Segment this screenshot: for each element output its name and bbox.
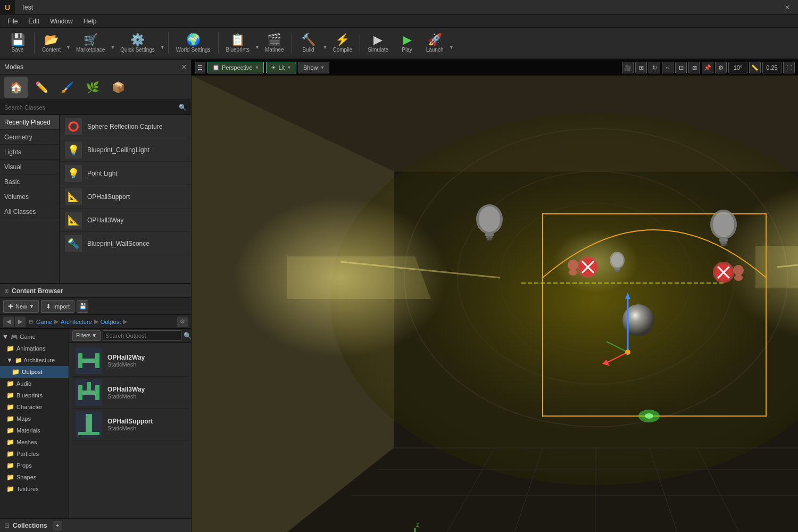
tree-textures[interactable]: 📁 Textures — [0, 483, 69, 495]
blueprints-button[interactable]: 📋 Blueprints — [222, 29, 254, 57]
marketplace-arrow-icon[interactable]: ▼ — [110, 45, 115, 50]
bc-settings-button[interactable]: ⚙ — [177, 317, 188, 327]
mode-foliage-button[interactable]: 🌿 — [81, 77, 104, 98]
filters-button[interactable]: Filters ▼ — [72, 330, 101, 341]
viewport-menu-button[interactable]: ☰ — [195, 62, 205, 73]
import-icon: ⬇ — [46, 303, 51, 310]
placed-item-wall-sconce[interactable]: 🔦 Blueprint_WallSconce — [60, 232, 191, 255]
category-recently-placed[interactable]: Recently Placed — [0, 115, 59, 130]
marketplace-button[interactable]: 🛒 Marketplace — [72, 29, 109, 57]
placed-item-sphere-reflection[interactable]: ⭕ Sphere Reflection Capture — [60, 115, 191, 138]
translate-snap-icon[interactable]: ↔ — [662, 62, 674, 73]
compile-button[interactable]: ⚡ Compile — [328, 29, 356, 57]
settings-icon[interactable]: ⚙ — [715, 62, 727, 73]
tree-particles[interactable]: 📁 Particles — [0, 448, 69, 460]
placed-item-point-light[interactable]: 💡 Point Light — [60, 162, 191, 185]
category-visual[interactable]: Visual — [0, 160, 59, 174]
category-volumes[interactable]: Volumes — [0, 189, 59, 204]
tree-props[interactable]: 📁 Props — [0, 460, 69, 471]
camera-speed-icon[interactable]: 🎥 — [622, 62, 634, 73]
menu-edit[interactable]: Edit — [23, 15, 45, 28]
rotation-snap-icon[interactable]: ↻ — [649, 62, 660, 73]
modes-close-button[interactable]: ✕ — [181, 63, 187, 71]
launch-arrow-icon[interactable]: ▼ — [449, 45, 454, 50]
tree-meshes[interactable]: 📁 Meshes — [0, 436, 69, 448]
placed-item-ophall3way[interactable]: 📐 OPHall3Way — [60, 209, 191, 232]
bp-arrow-icon[interactable]: ▼ — [255, 45, 260, 50]
ophall-support-label: OPHallSupport — [87, 193, 130, 201]
scale-icon[interactable]: ⊠ — [688, 62, 700, 73]
tree-particles-label: Particles — [16, 451, 39, 457]
add-collection-button[interactable]: + — [53, 521, 62, 530]
tree-materials[interactable]: 📁 Materials — [0, 425, 69, 436]
tree-maps[interactable]: 📁 Maps — [0, 413, 69, 425]
svg-rect-6 — [87, 382, 91, 390]
close-button[interactable]: ✕ — [777, 0, 798, 15]
matinee-button[interactable]: 🎬 Matinee — [261, 29, 288, 57]
category-geometry[interactable]: Geometry — [0, 130, 59, 145]
show-button[interactable]: Show ▼ — [298, 62, 329, 73]
quick-settings-button[interactable]: ⚙️ Quick Settings — [116, 29, 159, 57]
surface-snap-icon[interactable]: 📌 — [702, 62, 713, 73]
menu-window[interactable]: Window — [45, 15, 78, 28]
asset-item-ophall-support[interactable]: OPHallSupport StaticMesh — [71, 409, 189, 440]
cb-save-button[interactable]: 💾 — [77, 300, 88, 313]
mode-landscape-button[interactable]: 🖌️ — [55, 77, 79, 98]
content-button[interactable]: 📂 Content — [38, 29, 65, 57]
bc-forward-button[interactable]: ▶ — [15, 317, 26, 327]
tree-audio[interactable]: 📁 Audio — [0, 378, 69, 389]
mode-place-button[interactable]: 🏠 — [4, 77, 28, 98]
cb-assets-panel: Filters ▼ 🔍 — [69, 329, 191, 518]
menu-file[interactable]: File — [2, 15, 23, 28]
maximize-button[interactable]: ⛶ — [783, 62, 795, 73]
build-icon: 🔨 — [301, 34, 315, 46]
ruler-icon[interactable]: 📏 — [749, 62, 761, 73]
simulate-button[interactable]: ▶ Simulate — [363, 29, 393, 57]
menu-help[interactable]: Help — [78, 15, 102, 28]
asset-item-ophall2way[interactable]: OPHall2Way StaticMesh — [71, 345, 189, 377]
play-button[interactable]: ▶ Play — [394, 29, 420, 57]
tree-character[interactable]: 📁 Character — [0, 401, 69, 413]
blueprints-folder-icon: 📁 — [6, 392, 14, 399]
transform-icon[interactable]: ⊡ — [675, 62, 687, 73]
tree-outpost[interactable]: 📁 Outpost — [0, 366, 69, 378]
lit-button[interactable]: ☀ Lit ▼ — [266, 62, 296, 73]
bc-architecture[interactable]: Architecture — [61, 319, 92, 325]
bc-game[interactable]: Game — [36, 319, 52, 325]
tree-architecture[interactable]: ▼ 📁 Architecture — [0, 354, 69, 366]
search-classes-input[interactable] — [4, 104, 177, 111]
bc-outpost[interactable]: Outpost — [101, 319, 121, 325]
tree-meshes-label: Meshes — [16, 439, 37, 445]
bc-back-button[interactable]: ◀ — [3, 317, 14, 327]
content-arrow-icon[interactable]: ▼ — [66, 45, 71, 50]
perspective-button[interactable]: 🔲 Perspective ▼ — [207, 62, 264, 73]
cb-expand-icon[interactable]: ⊞ — [4, 288, 9, 294]
grid-icon[interactable]: ⊞ — [635, 62, 647, 73]
tree-blueprints[interactable]: 📁 Blueprints — [0, 389, 69, 401]
mode-paint-button[interactable]: ✏️ — [30, 77, 53, 98]
cb-new-button[interactable]: ✚ New ▼ — [3, 300, 39, 313]
build-button[interactable]: 🔨 Build — [295, 29, 322, 57]
viewport[interactable]: ☰ 🔲 Perspective ▼ ☀ Lit ▼ Show ▼ 🎥 ⊞ ↻ — [192, 60, 798, 532]
cb-import-button[interactable]: ⬇ Import — [41, 300, 74, 313]
world-settings-icon: 🌍 — [186, 34, 201, 46]
tree-game[interactable]: ▼ 🎮 Game — [0, 331, 69, 343]
category-lights[interactable]: Lights — [0, 145, 59, 160]
blueprints-label: Blueprints — [226, 47, 250, 53]
tree-animations[interactable]: 📁 Animations — [0, 343, 69, 354]
asset-item-ophall3way[interactable]: OPHall3Way StaticMesh — [71, 377, 189, 409]
cb-toolbar: ✚ New ▼ ⬇ Import 💾 — [0, 298, 191, 315]
build-arrow-icon[interactable]: ▼ — [323, 45, 328, 50]
search-outpost-input[interactable] — [103, 330, 181, 341]
placed-item-ceiling-light[interactable]: 💡 Blueprint_CeilingLight — [60, 138, 191, 162]
category-all-classes[interactable]: All Classes — [0, 204, 59, 219]
mode-geometry-button[interactable]: 📦 — [106, 77, 130, 98]
world-settings-button[interactable]: 🌍 World Settings — [172, 29, 215, 57]
cb-breadcrumb: ◀ ▶ ⊟ Game ▶ Architecture ▶ Outpost ▶ ⚙ — [0, 315, 191, 329]
placed-item-ophall-support[interactable]: 📐 OPHallSupport — [60, 185, 191, 209]
qs-arrow-icon[interactable]: ▼ — [160, 45, 165, 50]
category-basic[interactable]: Basic — [0, 174, 59, 189]
launch-button[interactable]: 🚀 Launch — [421, 29, 448, 57]
tree-shapes[interactable]: 📁 Shapes — [0, 471, 69, 483]
save-button[interactable]: 💾 Save — [4, 29, 31, 57]
